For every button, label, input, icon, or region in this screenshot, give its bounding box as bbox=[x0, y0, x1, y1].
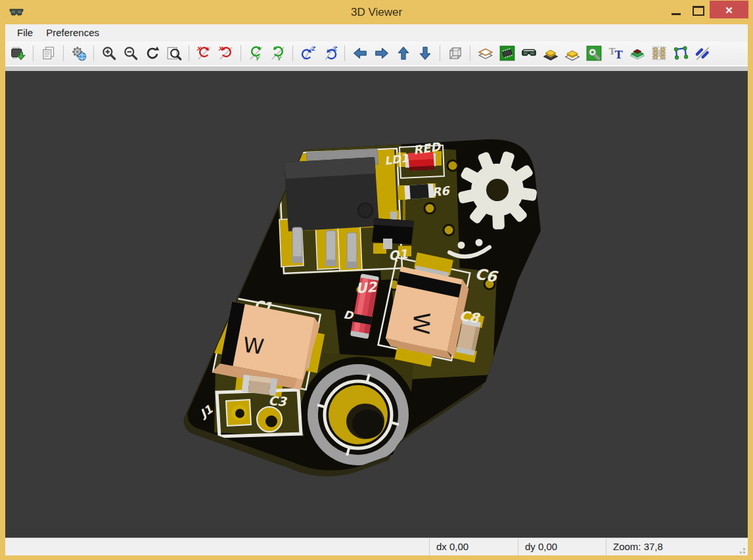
mounting-hole bbox=[308, 364, 409, 465]
svg-text:Z: Z bbox=[310, 45, 315, 52]
rotate-x-ccw-button[interactable]: X bbox=[194, 43, 214, 63]
r6-resistor bbox=[404, 183, 434, 199]
toolbar-separator bbox=[440, 45, 440, 61]
show-board-body-button[interactable] bbox=[475, 43, 495, 63]
move-left-button[interactable] bbox=[350, 43, 370, 63]
toolbar-separator bbox=[292, 45, 293, 61]
window-title: 3D Viewer bbox=[0, 0, 753, 24]
move-up-icon bbox=[395, 45, 412, 62]
rotate-y-ccw-button[interactable]: Y bbox=[246, 43, 266, 63]
rotate-z-ccw-button[interactable]: Z bbox=[298, 43, 318, 63]
show-3d-models-icon bbox=[499, 45, 516, 62]
svg-text:X: X bbox=[217, 45, 223, 52]
toolbar-separator bbox=[470, 45, 470, 61]
show-copper-layers-icon bbox=[564, 45, 581, 62]
status-dx: dx 0,00 bbox=[429, 538, 524, 555]
menu-file[interactable]: File bbox=[11, 24, 39, 41]
rotate-z-cw-icon: Z bbox=[321, 45, 338, 62]
show-board-body-icon bbox=[477, 45, 494, 62]
pcb-label-u2: U2 bbox=[355, 279, 378, 296]
copy-image-icon bbox=[40, 45, 57, 62]
realistic-mode-icon bbox=[520, 45, 537, 62]
move-down-icon bbox=[417, 45, 434, 62]
svg-text:T: T bbox=[614, 49, 622, 61]
3d-viewer-window: 3D Viewer ✕ File Preferences XXYYZZTT bbox=[0, 0, 753, 560]
c6-polarity-marking: W bbox=[408, 312, 435, 335]
maximize-button[interactable] bbox=[689, 4, 707, 18]
show-silkscreen-button[interactable]: TT bbox=[605, 43, 626, 63]
move-right-icon bbox=[373, 45, 390, 62]
reload-board-icon bbox=[10, 45, 27, 62]
pcb-board: D1 C1 bbox=[184, 139, 548, 477]
status-zoom: Zoom: 37,8 bbox=[606, 538, 744, 555]
svg-text:Y: Y bbox=[255, 55, 260, 62]
copy-image-button[interactable] bbox=[38, 43, 58, 63]
canvas-top-strip bbox=[5, 65, 748, 71]
render-options-icon bbox=[70, 45, 87, 62]
rotate-x-ccw-icon: X bbox=[196, 45, 213, 62]
toolbar-separator bbox=[240, 45, 241, 61]
show-3d-models-button[interactable] bbox=[497, 43, 517, 63]
move-left-icon bbox=[352, 45, 369, 62]
resize-grip[interactable] bbox=[737, 546, 745, 553]
3d-canvas[interactable]: D1 C1 bbox=[5, 71, 748, 538]
viewport: D1 C1 bbox=[5, 71, 748, 538]
move-up-button[interactable] bbox=[393, 43, 413, 63]
c1-polarity-marking: W bbox=[242, 332, 265, 360]
svg-text:X: X bbox=[196, 45, 201, 52]
toolbar: XXYYZZTT bbox=[5, 41, 748, 65]
show-eco-layers-button[interactable] bbox=[670, 43, 691, 63]
show-copper-thickness-button[interactable] bbox=[540, 43, 560, 63]
minimize-icon bbox=[672, 13, 681, 15]
show-tracks-button[interactable] bbox=[692, 43, 712, 63]
minimize-button[interactable] bbox=[666, 4, 686, 18]
show-copper-thickness-icon bbox=[542, 45, 559, 62]
statusbar: dx 0,00 dy 0,00 Zoom: 37,8 bbox=[5, 538, 748, 555]
window-border bbox=[0, 555, 753, 560]
move-right-button[interactable] bbox=[371, 43, 392, 63]
zoom-out-icon bbox=[122, 45, 139, 62]
zoom-out-button[interactable] bbox=[120, 43, 141, 63]
toolbar-separator bbox=[93, 45, 94, 61]
move-down-button[interactable] bbox=[415, 43, 435, 63]
rotate-x-cw-button[interactable]: X bbox=[216, 43, 236, 63]
toolbar-separator bbox=[344, 45, 345, 61]
pcb-label-q1: Q1 bbox=[388, 246, 409, 263]
rotate-z-cw-button[interactable]: Z bbox=[319, 43, 340, 63]
redraw-button[interactable] bbox=[142, 43, 162, 63]
show-eco-layers-icon bbox=[672, 45, 689, 62]
menu-preferences[interactable]: Preferences bbox=[39, 24, 106, 41]
pcb-label-c6: C6 bbox=[474, 265, 499, 285]
show-soldermask-icon bbox=[629, 45, 646, 62]
titlebar[interactable]: 3D Viewer ✕ bbox=[0, 0, 753, 24]
svg-text:Y: Y bbox=[277, 55, 282, 62]
show-copper-layers-button[interactable] bbox=[562, 43, 582, 63]
render-options-button[interactable] bbox=[68, 43, 89, 63]
status-dy: dy 0,00 bbox=[518, 538, 612, 555]
show-tracks-icon bbox=[694, 45, 711, 62]
realistic-mode-button[interactable] bbox=[518, 43, 539, 63]
rotate-y-cw-button[interactable]: Y bbox=[267, 43, 288, 63]
menubar: File Preferences bbox=[5, 24, 748, 41]
close-button[interactable]: ✕ bbox=[710, 1, 748, 18]
toolbar-separator bbox=[189, 45, 189, 61]
toolbar-separator bbox=[33, 45, 34, 61]
show-zones-button[interactable] bbox=[583, 43, 604, 63]
zoom-in-icon bbox=[101, 45, 118, 62]
zoom-fit-button[interactable] bbox=[164, 43, 184, 63]
pcb-label-c3: C3 bbox=[268, 393, 288, 409]
show-zones-icon bbox=[585, 45, 603, 62]
rotate-y-cw-icon: Y bbox=[269, 45, 286, 62]
toolbar-separator bbox=[63, 45, 64, 61]
ortho-projection-button[interactable] bbox=[445, 43, 465, 63]
zoom-in-button[interactable] bbox=[99, 43, 119, 63]
rotate-z-ccw-icon: Z bbox=[300, 45, 317, 62]
show-soldermask-button[interactable] bbox=[627, 43, 647, 63]
reload-board-button[interactable] bbox=[8, 43, 28, 63]
rotate-y-ccw-icon: Y bbox=[248, 45, 265, 62]
maximize-icon bbox=[693, 6, 704, 16]
rotate-x-cw-icon: X bbox=[217, 45, 235, 62]
show-silkscreen-icon: TT bbox=[607, 45, 624, 62]
show-footprints-button[interactable] bbox=[649, 43, 669, 63]
svg-text:Z: Z bbox=[332, 45, 337, 52]
